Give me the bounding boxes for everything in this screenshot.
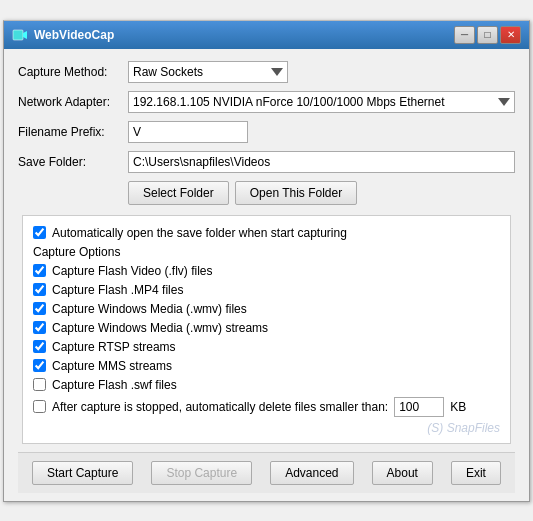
wmv-files-checkbox[interactable] xyxy=(33,302,46,315)
after-capture-checkbox[interactable] xyxy=(33,400,46,413)
auto-open-checkbox[interactable] xyxy=(33,226,46,239)
minimize-button[interactable]: ─ xyxy=(454,26,475,44)
exit-button[interactable]: Exit xyxy=(451,461,501,485)
save-folder-input[interactable] xyxy=(128,151,515,173)
watermark: (S) SnapFiles xyxy=(33,421,500,435)
mms-row: Capture MMS streams xyxy=(33,359,500,373)
file-size-input[interactable] xyxy=(394,397,444,417)
kb-label: KB xyxy=(450,400,466,414)
filename-prefix-input[interactable] xyxy=(128,121,248,143)
capture-options-label: Capture Options xyxy=(33,245,500,259)
swf-checkbox[interactable] xyxy=(33,378,46,391)
filename-prefix-label: Filename Prefix: xyxy=(18,125,128,139)
auto-open-row: Automatically open the save folder when … xyxy=(33,226,500,240)
filename-prefix-row: Filename Prefix: xyxy=(18,121,515,143)
swf-row: Capture Flash .swf files xyxy=(33,378,500,392)
title-bar-left: WebVideoCap xyxy=(12,27,114,43)
wmv-files-label: Capture Windows Media (.wmv) files xyxy=(52,302,247,316)
flash-mp4-checkbox[interactable] xyxy=(33,283,46,296)
window-title: WebVideoCap xyxy=(34,28,114,42)
start-capture-button[interactable]: Start Capture xyxy=(32,461,133,485)
rtsp-checkbox[interactable] xyxy=(33,340,46,353)
mms-label: Capture MMS streams xyxy=(52,359,172,373)
auto-open-label: Automatically open the save folder when … xyxy=(52,226,347,240)
title-bar-buttons: ─ □ ✕ xyxy=(454,26,521,44)
wmv-files-row: Capture Windows Media (.wmv) files xyxy=(33,302,500,316)
mms-checkbox[interactable] xyxy=(33,359,46,372)
rtsp-row: Capture RTSP streams xyxy=(33,340,500,354)
network-adapter-label: Network Adapter: xyxy=(18,95,128,109)
flash-video-checkbox[interactable] xyxy=(33,264,46,277)
save-folder-label: Save Folder: xyxy=(18,155,128,169)
options-area: Automatically open the save folder when … xyxy=(22,215,511,444)
stop-capture-button[interactable]: Stop Capture xyxy=(151,461,252,485)
swf-label: Capture Flash .swf files xyxy=(52,378,177,392)
app-icon xyxy=(12,27,28,43)
capture-method-row: Capture Method: Raw Sockets xyxy=(18,61,515,83)
network-adapter-dropdown[interactable]: 192.168.1.105 NVIDIA nForce 10/100/1000 … xyxy=(128,91,515,113)
bottom-buttons: Start Capture Stop Capture Advanced Abou… xyxy=(18,452,515,493)
main-window: WebVideoCap ─ □ ✕ Capture Method: Raw So… xyxy=(3,20,530,502)
folder-buttons: Select Folder Open This Folder xyxy=(128,181,515,205)
after-capture-label: After capture is stopped, automatically … xyxy=(52,400,388,414)
save-folder-row: Save Folder: xyxy=(18,151,515,173)
rtsp-label: Capture RTSP streams xyxy=(52,340,176,354)
maximize-button[interactable]: □ xyxy=(477,26,498,44)
svg-marker-1 xyxy=(23,31,27,39)
content-area: Capture Method: Raw Sockets Network Adap… xyxy=(4,49,529,501)
about-button[interactable]: About xyxy=(372,461,433,485)
wmv-streams-label: Capture Windows Media (.wmv) streams xyxy=(52,321,268,335)
flash-mp4-label: Capture Flash .MP4 files xyxy=(52,283,183,297)
title-bar: WebVideoCap ─ □ ✕ xyxy=(4,21,529,49)
flash-video-label: Capture Flash Video (.flv) files xyxy=(52,264,213,278)
network-adapter-row: Network Adapter: 192.168.1.105 NVIDIA nF… xyxy=(18,91,515,113)
svg-rect-0 xyxy=(13,30,23,40)
capture-method-dropdown[interactable]: Raw Sockets xyxy=(128,61,288,83)
open-this-folder-button[interactable]: Open This Folder xyxy=(235,181,358,205)
capture-method-label: Capture Method: xyxy=(18,65,128,79)
wmv-streams-row: Capture Windows Media (.wmv) streams xyxy=(33,321,500,335)
after-capture-row: After capture is stopped, automatically … xyxy=(33,397,500,417)
flash-mp4-row: Capture Flash .MP4 files xyxy=(33,283,500,297)
wmv-streams-checkbox[interactable] xyxy=(33,321,46,334)
advanced-button[interactable]: Advanced xyxy=(270,461,353,485)
flash-video-row: Capture Flash Video (.flv) files xyxy=(33,264,500,278)
close-button[interactable]: ✕ xyxy=(500,26,521,44)
select-folder-button[interactable]: Select Folder xyxy=(128,181,229,205)
